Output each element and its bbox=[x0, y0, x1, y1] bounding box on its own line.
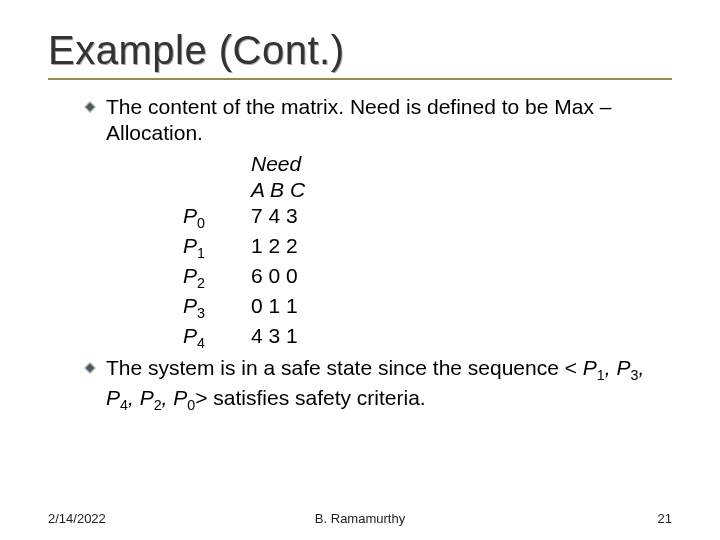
need-matrix: Need A B C P07 4 3 P11 2 2 P26 0 0 P30 1… bbox=[48, 151, 672, 354]
need-values: 6 0 0 bbox=[251, 264, 298, 287]
need-row: P30 1 1 bbox=[183, 293, 672, 323]
need-columns: A B C bbox=[251, 177, 672, 203]
bullet-2-post: > satisfies safety criteria. bbox=[195, 386, 426, 409]
process-label: P0 bbox=[183, 203, 243, 233]
svg-rect-1 bbox=[85, 363, 95, 373]
process-label: P2 bbox=[183, 263, 243, 293]
title-underline-rule bbox=[48, 78, 672, 80]
svg-rect-0 bbox=[85, 102, 95, 112]
need-values: 0 1 1 bbox=[251, 294, 298, 317]
need-values: 1 2 2 bbox=[251, 234, 298, 257]
diamond-bullet-icon bbox=[84, 101, 96, 113]
process-label: P4 bbox=[183, 323, 243, 353]
footer-page-number: 21 bbox=[658, 511, 672, 526]
bullet-2-pre: The system is in a safe state since the … bbox=[106, 356, 583, 379]
slide-body: The content of the matrix. Need is defin… bbox=[48, 94, 672, 415]
diamond-bullet-icon bbox=[84, 362, 96, 374]
footer-author: B. Ramamurthy bbox=[0, 511, 720, 526]
process-label: P1 bbox=[183, 233, 243, 263]
need-values: 4 3 1 bbox=[251, 324, 298, 347]
need-row: P11 2 2 bbox=[183, 233, 672, 263]
need-row: P26 0 0 bbox=[183, 263, 672, 293]
bullet-item-1: The content of the matrix. Need is defin… bbox=[48, 94, 672, 147]
need-row: P44 3 1 bbox=[183, 323, 672, 353]
bullet-item-2: The system is in a safe state since the … bbox=[48, 355, 672, 415]
need-label: Need bbox=[251, 151, 672, 177]
slide: Example (Cont.) The content of the matri… bbox=[0, 0, 720, 540]
need-row: P07 4 3 bbox=[183, 203, 672, 233]
slide-title: Example (Cont.) bbox=[48, 28, 672, 72]
process-label: P3 bbox=[183, 293, 243, 323]
need-values: 7 4 3 bbox=[251, 204, 298, 227]
bullet-1-text: The content of the matrix. Need is defin… bbox=[106, 95, 611, 144]
